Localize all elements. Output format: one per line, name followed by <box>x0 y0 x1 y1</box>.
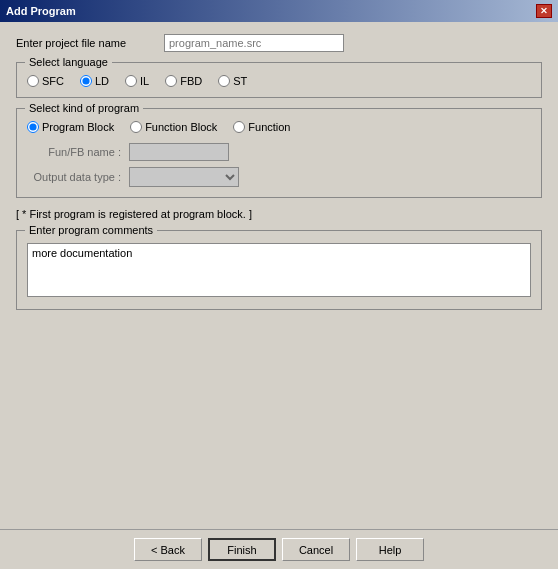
filename-input[interactable] <box>164 34 344 52</box>
kind-program-block-radio[interactable] <box>27 121 39 133</box>
kind-function-block-radio[interactable] <box>130 121 142 133</box>
lang-ld-radio[interactable] <box>80 75 92 87</box>
output-row: Output data type : <box>27 167 531 187</box>
funfb-label: Fun/FB name : <box>31 146 121 158</box>
finish-button[interactable]: Finish <box>208 538 276 561</box>
kind-program-block-option[interactable]: Program Block <box>27 121 114 133</box>
kind-function-block-label: Function Block <box>145 121 217 133</box>
dialog-content: Enter project file name Select language … <box>0 22 558 569</box>
output-type-select[interactable] <box>129 167 239 187</box>
lang-il-option[interactable]: IL <box>125 75 149 87</box>
comments-group-legend: Enter program comments <box>25 224 157 236</box>
lang-ld-label: LD <box>95 75 109 87</box>
dialog-body: Enter project file name Select language … <box>0 22 558 332</box>
comments-textarea[interactable]: more documentation <box>27 243 531 297</box>
cancel-button[interactable]: Cancel <box>282 538 350 561</box>
kind-program-block-label: Program Block <box>42 121 114 133</box>
funfb-input[interactable] <box>129 143 229 161</box>
lang-il-label: IL <box>140 75 149 87</box>
output-label: Output data type : <box>31 171 121 183</box>
filename-label: Enter project file name <box>16 37 156 49</box>
kind-group: Select kind of program Program Block Fun… <box>16 108 542 198</box>
back-button[interactable]: < Back <box>134 538 202 561</box>
button-row: < Back Finish Cancel Help <box>0 529 558 569</box>
lang-sfc-option[interactable]: SFC <box>27 75 64 87</box>
kind-radio-row: Program Block Function Block Function <box>27 117 531 133</box>
close-button[interactable]: ✕ <box>536 4 552 18</box>
kind-function-label: Function <box>248 121 290 133</box>
lang-sfc-radio[interactable] <box>27 75 39 87</box>
lang-fbd-option[interactable]: FBD <box>165 75 202 87</box>
kind-function-radio[interactable] <box>233 121 245 133</box>
note-text: [ * First program is registered at progr… <box>16 208 542 220</box>
funfb-row: Fun/FB name : <box>27 143 531 161</box>
kind-group-legend: Select kind of program <box>25 102 143 114</box>
lang-sfc-label: SFC <box>42 75 64 87</box>
filename-row: Enter project file name <box>16 34 542 52</box>
kind-function-block-option[interactable]: Function Block <box>130 121 217 133</box>
lang-st-option[interactable]: ST <box>218 75 247 87</box>
lang-il-radio[interactable] <box>125 75 137 87</box>
dialog-title: Add Program <box>6 5 76 17</box>
title-bar: Add Program ✕ <box>0 0 558 22</box>
language-group: Select language SFC LD IL FBD <box>16 62 542 98</box>
lang-st-radio[interactable] <box>218 75 230 87</box>
lang-fbd-label: FBD <box>180 75 202 87</box>
language-radio-row: SFC LD IL FBD ST <box>27 71 531 87</box>
lang-fbd-radio[interactable] <box>165 75 177 87</box>
help-button[interactable]: Help <box>356 538 424 561</box>
comments-group: Enter program comments more documentatio… <box>16 230 542 310</box>
kind-function-option[interactable]: Function <box>233 121 290 133</box>
title-bar-buttons: ✕ <box>536 4 552 18</box>
lang-ld-option[interactable]: LD <box>80 75 109 87</box>
lang-st-label: ST <box>233 75 247 87</box>
language-group-legend: Select language <box>25 56 112 68</box>
